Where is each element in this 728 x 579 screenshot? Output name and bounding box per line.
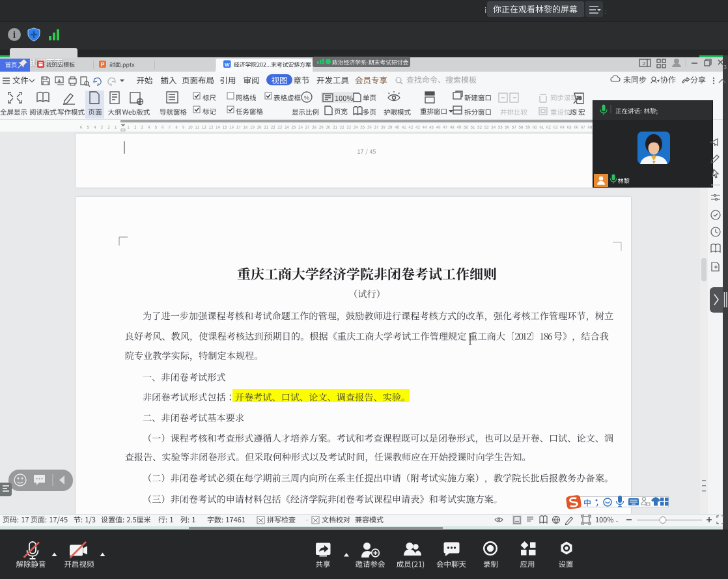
- svg-text:-: -: [306, 516, 308, 523]
- svg-text::: :: [605, 8, 607, 15]
- svg-text:3: 3: [723, 64, 727, 70]
- svg-text:W: W: [225, 62, 230, 68]
- svg-text:%: %: [304, 94, 309, 101]
- svg-text:2: 2: [643, 61, 645, 66]
- svg-text:P: P: [101, 61, 105, 68]
- svg-text:JS: JS: [576, 96, 582, 100]
- svg-text:-: -: [616, 518, 618, 524]
- svg-text:i: i: [13, 30, 16, 40]
